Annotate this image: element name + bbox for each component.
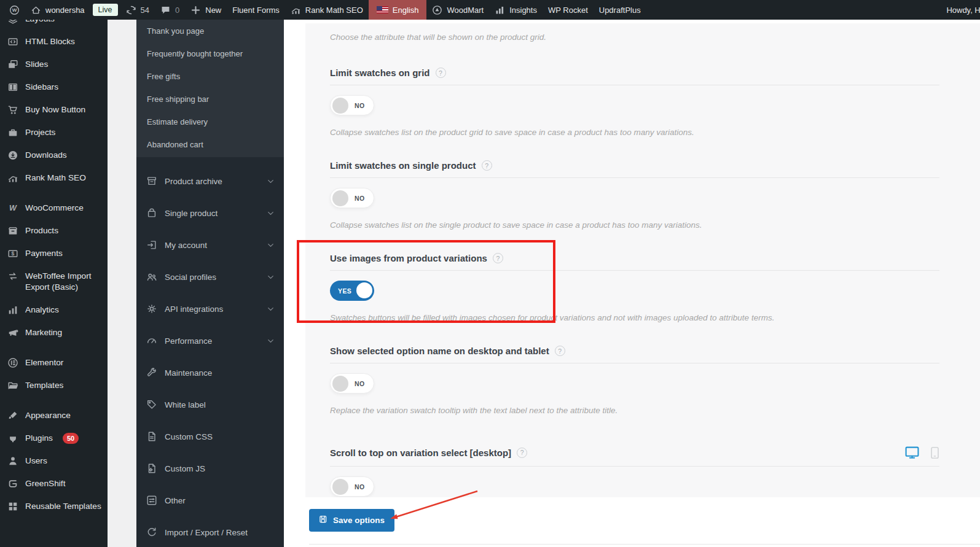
sidebar-item-products[interactable]: Products [0, 220, 108, 242]
settings-section-api-integrations[interactable]: API integrations [136, 293, 284, 325]
toggle-no[interactable]: NO [330, 95, 374, 115]
toggle-knob [332, 376, 348, 392]
settings-subitem-frequently-bought-together[interactable]: Frequently bought together [136, 42, 284, 65]
settings-section-label: Maintenance [165, 368, 212, 378]
option-title: Scroll to top on variation select [deskt… [330, 448, 511, 458]
settings-section-my-account[interactable]: My account [136, 229, 284, 261]
settings-subitem-free-shipping-bar[interactable]: Free shipping bar [136, 88, 284, 111]
sidebar-item-layouts[interactable]: Layouts [0, 20, 108, 31]
toggle-no[interactable]: NO [330, 476, 374, 497]
insights-icon [495, 5, 505, 15]
layouts-icon [7, 20, 20, 25]
settings-section-maintenance[interactable]: Maintenance [136, 357, 284, 389]
sidebar-item-rank-math-seo[interactable]: Rank Math SEO [0, 167, 108, 190]
option-title-row: Show selected option name on desktop and… [330, 346, 939, 356]
sidebar-item-label: WebToffee Import Export (Basic) [25, 271, 104, 293]
option-description: Collapse swatches list on the single pro… [330, 220, 939, 230]
help-icon[interactable]: ? [482, 160, 492, 171]
admin-bar-item-label: Fluent Forms [232, 6, 280, 15]
html-blocks-icon [7, 36, 20, 47]
sidebar-item-downloads[interactable]: Downloads [0, 144, 108, 167]
mobile-icon[interactable] [930, 446, 939, 459]
save-options-button[interactable]: Save options [309, 509, 394, 532]
new-label: New [205, 6, 221, 15]
desktop-icon[interactable] [905, 446, 919, 459]
archive-icon [146, 176, 157, 187]
briefcase-icon [7, 127, 20, 138]
settings-subitem-free-gifts[interactable]: Free gifts [136, 65, 284, 88]
reusable-icon [7, 501, 20, 512]
admin-bar-item-rank-math-seo[interactable]: Rank Math SEO [285, 0, 369, 20]
admin-bar-item-fluent-forms[interactable]: Fluent Forms [227, 0, 285, 20]
new-content-menu[interactable]: New [185, 0, 227, 20]
plugins-icon [7, 433, 20, 444]
options-list: Limit swatches on grid?NOCollapse swatch… [305, 68, 980, 497]
settings-section-other[interactable]: Other [136, 484, 284, 516]
sidebar-item-label: Marketing [25, 327, 62, 338]
sidebar-item-buy-now-button[interactable]: Buy Now Button [0, 99, 108, 122]
settings-section-product-archive[interactable]: Product archive [136, 165, 284, 197]
toggle-knob [332, 479, 348, 495]
admin-bar-item-insights[interactable]: Insights [489, 0, 543, 20]
sidebar-item-appearance[interactable]: Appearance [0, 405, 108, 427]
sidebar-item-label: Slides [25, 59, 48, 70]
settings-subitem-abandoned-cart[interactable]: Abandoned cart [136, 133, 284, 156]
sidebar-item-sidebars[interactable]: Sidebars [0, 76, 108, 99]
wrench-icon [146, 367, 157, 378]
sidebar-item-templates[interactable]: Templates [0, 374, 108, 397]
updates-menu[interactable]: 54 [120, 0, 155, 20]
toggle-knob [356, 282, 372, 298]
help-icon[interactable]: ? [436, 68, 446, 78]
admin-bar-item-label: Insights [509, 6, 537, 15]
help-icon[interactable]: ? [493, 253, 503, 263]
settings-section-custom-css[interactable]: Custom CSS [136, 421, 284, 452]
help-icon[interactable]: ? [555, 346, 565, 356]
sidebar-item-plugins[interactable]: Plugins50 [0, 427, 108, 450]
sidebar-item-marketing[interactable]: Marketing [0, 322, 108, 344]
comments-menu[interactable]: 0 [155, 0, 185, 20]
option-title: Limit swatches on grid [330, 68, 430, 78]
sidebar-item-html-blocks[interactable]: HTML Blocks [0, 31, 108, 53]
sidebar-item-webtoffee-import-export-basic-[interactable]: WebToffee Import Export (Basic) [0, 265, 108, 299]
wordpress-logo-menu[interactable]: W [4, 0, 25, 20]
sidebar-item-elementor[interactable]: Elementor [0, 352, 108, 374]
sidebar-item-projects[interactable]: Projects [0, 122, 108, 144]
toggle-no[interactable]: NO [330, 373, 374, 394]
admin-bar-item-wp-rocket[interactable]: WP Rocket [543, 0, 594, 20]
templates-icon [7, 380, 20, 391]
settings-section-single-product[interactable]: Single product [136, 197, 284, 229]
admin-bar-item-updraftplus[interactable]: UpdraftPlus [594, 0, 646, 20]
sidebar-item-label: WooCommerce [25, 203, 84, 214]
admin-bar-item-english[interactable]: English [369, 0, 427, 20]
sidebar-item-woocommerce[interactable]: WWooCommerce [0, 197, 108, 220]
howdy-label: Howdy, Ha [946, 6, 980, 15]
settings-section-label: Custom JS [165, 464, 205, 473]
settings-section-performance[interactable]: Performance [136, 325, 284, 357]
home-icon [31, 5, 41, 15]
appearance-icon [7, 410, 20, 421]
settings-section-import-export-reset[interactable]: Import / Export / Reset [136, 516, 284, 547]
settings-subitem-estimate-delivery[interactable]: Estimate delivery [136, 111, 284, 133]
sidebar-item-slides[interactable]: Slides [0, 53, 108, 76]
help-icon[interactable]: ? [517, 448, 527, 458]
howdy-account-menu[interactable]: Howdy, Ha [941, 0, 980, 20]
sidebar-item-label: Rank Math SEO [25, 173, 86, 184]
settings-section-social-profiles[interactable]: Social profiles [136, 261, 284, 293]
sidebar-item-payments[interactable]: $Payments [0, 242, 108, 265]
option-divider [330, 177, 939, 178]
sidebar-item-analytics[interactable]: Analytics [0, 299, 108, 322]
products-icon [7, 225, 20, 236]
sidebar-item-reusable-templates[interactable]: Reusable Templates [0, 495, 108, 518]
sidebar-item-label: Reusable Templates [25, 501, 101, 512]
sidebar-item-users[interactable]: Users [0, 450, 108, 473]
option-divider [330, 363, 939, 363]
settings-section-white-label[interactable]: White label [136, 389, 284, 421]
settings-section-custom-js[interactable]: Custom JS [136, 452, 284, 484]
admin-bar-item-woodmart[interactable]: WoodMart [426, 0, 489, 20]
site-menu[interactable]: wondersha [25, 0, 90, 20]
sidebar-item-greenshift[interactable]: GreenShift [0, 473, 108, 495]
toggle-yes[interactable]: YES [330, 281, 374, 301]
toggle-no[interactable]: NO [330, 188, 374, 208]
settings-subitem-thank-you-page[interactable]: Thank you page [136, 20, 284, 42]
sidebar-item-label: Layouts [25, 20, 55, 25]
